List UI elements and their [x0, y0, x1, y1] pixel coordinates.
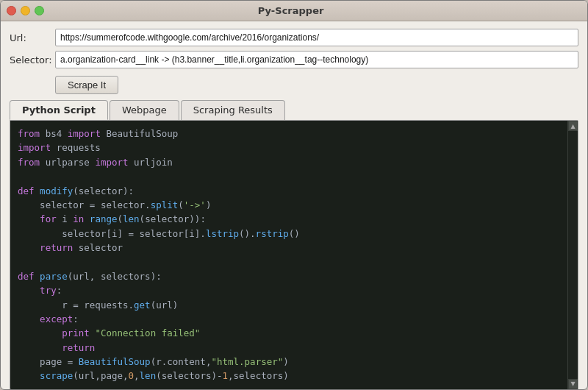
scrollbar: ▲ ▼: [567, 121, 578, 389]
url-input[interactable]: [55, 29, 578, 46]
main-content: Url: Selector: Scrape It Python Script W…: [1, 21, 587, 390]
scroll-up-button[interactable]: ▲: [568, 121, 578, 131]
scrape-button[interactable]: Scrape It: [55, 76, 118, 94]
tab-bar: Python Script Webpage Scraping Results: [10, 100, 578, 120]
selector-label: Selector:: [10, 54, 55, 65]
code-scroll[interactable]: from bs4 import BeautifulSoup import req…: [10, 121, 567, 389]
scroll-down-button[interactable]: ▼: [568, 379, 578, 389]
selector-row: Selector:: [10, 51, 578, 68]
scroll-track[interactable]: [568, 131, 578, 379]
main-window: Py-Scrapper Url: Selector: Scrape It Pyt…: [0, 0, 588, 390]
window-title: Py-Scrapper: [0, 5, 581, 16]
url-row: Url:: [10, 29, 578, 46]
code-area: from bs4 import BeautifulSoup import req…: [10, 120, 578, 390]
url-label: Url:: [10, 32, 55, 43]
selector-input[interactable]: [55, 51, 578, 68]
tab-python-script[interactable]: Python Script: [10, 100, 108, 120]
tab-webpage[interactable]: Webpage: [110, 100, 179, 120]
scrape-button-container: Scrape It: [10, 73, 578, 100]
tab-scraping-results[interactable]: Scraping Results: [181, 100, 285, 120]
code-block: from bs4 import BeautifulSoup import req…: [18, 127, 560, 383]
titlebar: Py-Scrapper: [1, 1, 587, 21]
